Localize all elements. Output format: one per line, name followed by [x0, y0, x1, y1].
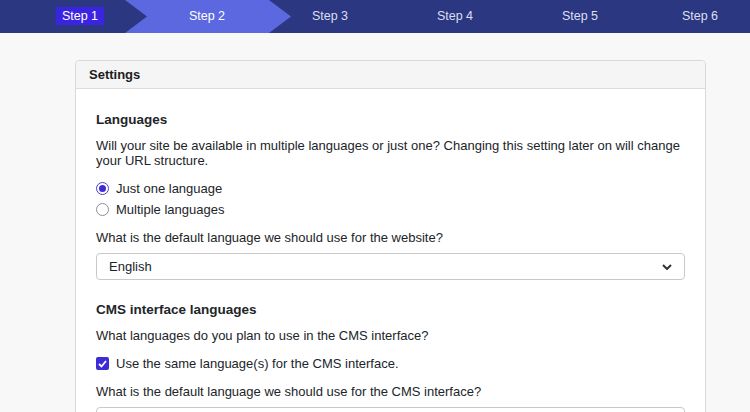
step-2-label: Step 2: [189, 9, 225, 23]
languages-heading: Languages: [96, 112, 685, 127]
step-1[interactable]: Step 1: [56, 0, 104, 33]
settings-panel: Settings Languages Will your site be ava…: [75, 60, 706, 412]
step-3-label: Step 3: [312, 9, 348, 23]
cms-languages-heading: CMS interface languages: [96, 302, 685, 317]
checkbox-same-language[interactable]: Use the same language(s) for the CMS int…: [96, 356, 685, 371]
step-1-label: Step 1: [56, 7, 104, 25]
step-5-label: Step 5: [562, 9, 598, 23]
radio-just-one-language-label: Just one language: [116, 181, 222, 196]
languages-description: Will your site be available in multiple …: [96, 138, 685, 168]
radio-unchecked-icon[interactable]: [96, 203, 109, 216]
step-3[interactable]: Step 3: [312, 0, 348, 33]
website-language-select[interactable]: English: [96, 253, 685, 280]
chevron-down-icon: [662, 264, 672, 270]
website-language-select-value: English: [109, 259, 152, 274]
radio-multiple-languages-label: Multiple languages: [116, 202, 224, 217]
step-4-label: Step 4: [437, 9, 473, 23]
cms-languages-description: What languages do you plan to use in the…: [96, 328, 685, 343]
radio-checked-icon[interactable]: [96, 182, 109, 195]
step-5[interactable]: Step 5: [562, 0, 598, 33]
radio-just-one-language[interactable]: Just one language: [96, 181, 685, 196]
checkbox-same-language-label: Use the same language(s) for the CMS int…: [116, 356, 399, 371]
radio-multiple-languages[interactable]: Multiple languages: [96, 202, 685, 217]
cms-language-question: What is the default language we should u…: [96, 384, 685, 399]
step-2[interactable]: Step 2: [189, 0, 225, 33]
checkbox-checked-icon[interactable]: [96, 357, 109, 370]
step-4[interactable]: Step 4: [437, 0, 473, 33]
cms-language-select[interactable]: English: [96, 407, 685, 412]
step-6[interactable]: Step 6: [682, 0, 718, 33]
step-6-label: Step 6: [682, 9, 718, 23]
wizard-stepper: Step 1 Step 2 Step 3 Step 4 Step 5 Step …: [0, 0, 750, 33]
website-language-question: What is the default language we should u…: [96, 230, 685, 245]
panel-body: Languages Will your site be available in…: [76, 89, 705, 412]
panel-title: Settings: [76, 61, 705, 89]
check-icon: [98, 360, 107, 368]
